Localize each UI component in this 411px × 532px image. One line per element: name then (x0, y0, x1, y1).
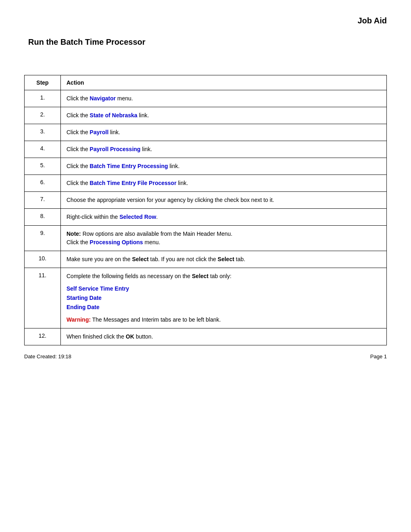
action-cell: Choose the appropriate version for your … (61, 192, 387, 209)
action-cell: Click the Payroll Processing link. (61, 141, 387, 158)
table-row: 1.Click the Navigator menu. (25, 90, 387, 107)
table-row: 10.Make sure you are on the Select tab. … (25, 251, 387, 268)
footer-date: Date Created: 19:18 (24, 353, 71, 360)
action-cell: Note: Row options are also available fro… (61, 226, 387, 251)
steps-table: Step Action 1.Click the Navigator menu.2… (24, 75, 387, 345)
action-cell: Click the State of Nebraska link. (61, 107, 387, 124)
page-title: Run the Batch Time Processor (28, 37, 387, 47)
table-row: 11.Complete the following fields as nece… (25, 268, 387, 328)
step-number: 2. (25, 107, 61, 124)
step-number: 10. (25, 251, 61, 268)
step-number: 8. (25, 209, 61, 226)
step-number: 7. (25, 192, 61, 209)
action-cell: Make sure you are on the Select tab. If … (61, 251, 387, 268)
step-number: 11. (25, 268, 61, 328)
step-number: 5. (25, 158, 61, 175)
table-row: 2.Click the State of Nebraska link. (25, 107, 387, 124)
action-cell: Click the Navigator menu. (61, 90, 387, 107)
table-row: 12.When finished click the OK button. (25, 328, 387, 345)
action-cell: Click the Payroll link. (61, 124, 387, 141)
footer-page: Page 1 (370, 353, 387, 360)
table-row: 9.Note: Row options are also available f… (25, 226, 387, 251)
table-row: 3.Click the Payroll link. (25, 124, 387, 141)
table-row: 8.Right-click within the Selected Row. (25, 209, 387, 226)
column-header-step: Step (25, 75, 61, 90)
column-header-action: Action (61, 75, 387, 90)
table-row: 4.Click the Payroll Processing link. (25, 141, 387, 158)
step-number: 4. (25, 141, 61, 158)
action-cell: When finished click the OK button. (61, 328, 387, 345)
table-row: 7.Choose the appropriate version for you… (25, 192, 387, 209)
job-aid-label: Job Aid (357, 16, 387, 25)
action-cell: Right-click within the Selected Row. (61, 209, 387, 226)
action-cell: Complete the following fields as necessa… (61, 268, 387, 328)
table-row: 5.Click the Batch Time Entry Processing … (25, 158, 387, 175)
step-number: 1. (25, 90, 61, 107)
table-row: 6.Click the Batch Time Entry File Proces… (25, 175, 387, 192)
step-number: 3. (25, 124, 61, 141)
step-number: 12. (25, 328, 61, 345)
step-number: 9. (25, 226, 61, 251)
step-number: 6. (25, 175, 61, 192)
action-cell: Click the Batch Time Entry File Processo… (61, 175, 387, 192)
action-cell: Click the Batch Time Entry Processing li… (61, 158, 387, 175)
